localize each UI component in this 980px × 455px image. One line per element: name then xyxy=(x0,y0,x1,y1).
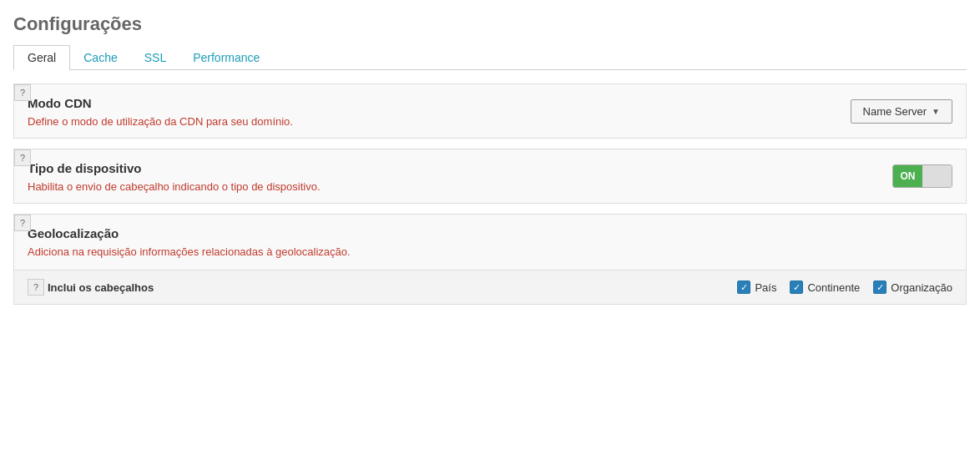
tabs-container: Geral Cache SSL Performance xyxy=(13,45,967,70)
section-tipo-dispositivo-right: ON xyxy=(892,164,952,188)
toggle-on-label: ON xyxy=(893,165,922,187)
tab-ssl[interactable]: SSL xyxy=(131,45,179,69)
help-icon-tipo-dispositivo[interactable]: ? xyxy=(14,149,31,166)
checkbox-pais-box: ✓ xyxy=(737,281,750,294)
checkbox-continente[interactable]: ✓ Continente xyxy=(790,281,860,294)
tipo-dispositivo-toggle[interactable]: ON xyxy=(892,164,952,188)
section-geolocalizacao: ? Geolocalização Adiciona na requisição … xyxy=(13,214,967,305)
section-modo-cdn-desc: Define o modo de utilização da CDN para … xyxy=(28,115,834,128)
section-modo-cdn-left: Modo CDN Define o modo de utilização da … xyxy=(28,96,834,128)
section-geolocalizacao-title: Geolocalização xyxy=(28,226,952,240)
page-title: Configurações xyxy=(13,13,967,35)
name-server-dropdown[interactable]: Name Server ▼ xyxy=(851,99,952,124)
section-tipo-dispositivo-desc: Habilita o envio de cabeçalho indicando … xyxy=(28,180,876,193)
section-geolocalizacao-left: Geolocalização Adiciona na requisição in… xyxy=(28,226,952,258)
checkbox-organizacao-box: ✓ xyxy=(873,281,887,294)
toggle-off-label xyxy=(922,165,952,187)
checkboxes-container: ✓ País ✓ Continente ✓ Organização xyxy=(737,281,952,294)
checkbox-organizacao-label: Organização xyxy=(891,281,952,294)
section-modo-cdn-right: Name Server ▼ xyxy=(851,99,952,124)
help-icon-modo-cdn[interactable]: ? xyxy=(14,84,31,101)
checkbox-continente-label: Continente xyxy=(807,281,860,294)
footer-label-cabecalhos: Inclui os cabeçalhos xyxy=(48,281,154,294)
dropdown-arrow-icon: ▼ xyxy=(932,107,940,116)
section-modo-cdn-title: Modo CDN xyxy=(28,96,834,110)
tab-geral[interactable]: Geral xyxy=(13,45,70,70)
section-geolocalizacao-footer: ? Inclui os cabeçalhos ✓ País ✓ Continen… xyxy=(14,270,966,304)
tab-cache[interactable]: Cache xyxy=(70,45,130,69)
checkbox-pais-label: País xyxy=(755,281,776,294)
help-icon-geolocalizacao[interactable]: ? xyxy=(14,215,31,231)
section-tipo-dispositivo-title: Tipo de dispositivo xyxy=(28,161,876,175)
tab-performance[interactable]: Performance xyxy=(179,45,273,69)
checkbox-pais[interactable]: ✓ País xyxy=(737,281,776,294)
name-server-label: Name Server xyxy=(863,105,927,118)
section-modo-cdn: ? Modo CDN Define o modo de utilização d… xyxy=(13,83,967,139)
help-icon-cabecalhos[interactable]: ? xyxy=(28,279,44,296)
section-geolocalizacao-desc: Adiciona na requisição informações relac… xyxy=(28,245,952,258)
checkbox-organizacao[interactable]: ✓ Organização xyxy=(873,281,952,294)
checkbox-continente-box: ✓ xyxy=(790,281,803,294)
section-tipo-dispositivo: ? Tipo de dispositivo Habilita o envio d… xyxy=(13,149,967,204)
section-tipo-dispositivo-left: Tipo de dispositivo Habilita o envio de … xyxy=(28,161,876,193)
